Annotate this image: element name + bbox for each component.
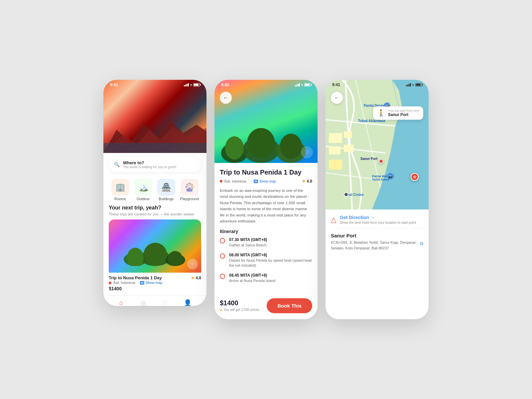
wifi-icon-2: ▾ [301, 83, 303, 87]
itinerary-desc-1: Gather at Sanur Beach [229, 243, 267, 248]
signal-icon-1 [184, 83, 189, 86]
start-label: Your trip start from here [388, 109, 419, 112]
divider-1 [331, 228, 423, 229]
target-marker: ⊕ [411, 173, 419, 181]
svg-point-8 [168, 251, 183, 266]
card-rating-1: ★ 4.8 [191, 276, 201, 280]
outdoor-icon-box: 🏔️ [134, 179, 152, 196]
book-this-button[interactable]: Book This [267, 298, 312, 313]
itinerary-desc-3: Arrive at Nusa Penida Island [229, 278, 275, 283]
search-subtitle: The world is waiting for you to greet! [123, 165, 196, 169]
card-meta-1: Bali, Indonesia · M Show map [109, 281, 201, 285]
port-address: 87J6+584, Jl. Matahari Terbit, Sanur Kaj… [331, 240, 423, 251]
category-outdoor[interactable]: 🏔️ Outdoor [134, 179, 152, 201]
nav-home[interactable]: ⌂ [118, 299, 125, 306]
hero-image-1 [103, 80, 206, 153]
buildings-icon-box: 🏯 [157, 179, 175, 196]
category-buildings[interactable]: 🏯 Buildings [157, 179, 175, 201]
phone-map: 9:41 ▾ [326, 80, 429, 319]
card-heart-1[interactable]: ♡ [187, 259, 198, 269]
booking-footer: $1400 ● You will get 1,500 points Book T… [214, 293, 318, 318]
show-map-text-2: Show map [259, 180, 276, 183]
battery-icon-1 [193, 83, 200, 86]
itinerary-item-2: 08.00 WITA (GMT+8) Depart for Nusa Penid… [220, 253, 312, 268]
itinerary-title: Itinerary [220, 229, 312, 234]
profile-icon: 👤 [184, 299, 192, 306]
trip-description: Embark on an awe-inspiring journey to on… [220, 188, 312, 224]
direction-subtitle: Show the best route from your location t… [340, 221, 416, 224]
hero-heart-2[interactable]: ♡ [301, 146, 313, 158]
search-text-area: Where to? The world is waiting for you t… [123, 160, 196, 169]
svg-rect-26 [344, 145, 354, 152]
signal-icon-2 [295, 83, 300, 86]
rating-value-1: 4.8 [196, 276, 201, 280]
battery-icon-3 [415, 83, 422, 86]
svg-rect-25 [344, 131, 352, 138]
svg-rect-23 [329, 146, 340, 155]
location-text-1: Bali, Indonesia [113, 281, 135, 285]
points-text: You will get 1,500 points [223, 308, 259, 312]
location-text-2: Bali, Indonesia [224, 180, 246, 183]
card-info-1: Trip to Nusa Penida 1 Day ★ 4.8 Bali, In… [109, 273, 201, 293]
star-icon-2: ★ [302, 179, 306, 184]
trip-meta: Bali, Indonesia · M Show map ★ 4.8 [220, 179, 312, 184]
phone-home: 9:41 ▾ 🔍 Whe [103, 80, 206, 306]
home-icon: ⌂ [119, 299, 123, 306]
status-bar-3: 9:41 ▾ [326, 80, 429, 88]
map-back-button[interactable]: ← [331, 92, 343, 104]
svg-rect-24 [329, 160, 342, 170]
hero-image-2: ← ♡ [214, 80, 318, 163]
status-icons-3: ▾ [406, 83, 422, 87]
status-bar-2: 9:41 ▾ [214, 80, 318, 88]
detail-islands-svg [214, 123, 318, 163]
location-pin-cruise [344, 192, 348, 197]
category-rooms[interactable]: 🏢 Rooms [111, 179, 129, 201]
trip-title: Trip to Nusa Penida 1 Day [220, 168, 312, 176]
itinerary-time-3: 08.45 WITA (GMT+8) [229, 273, 275, 278]
booking-price: $1400 [220, 299, 259, 307]
itinerary-text-1: 07.30 WITA (GMT+8) Gather at Sanur Beach [229, 237, 267, 248]
itinerary-desc-2: Depart for Nusa Penida by speed boat (sp… [229, 258, 312, 268]
category-rooms-label: Rooms [114, 197, 126, 201]
port-name: Sanur Port [331, 233, 423, 238]
nav-profile[interactable]: 👤 [184, 299, 192, 306]
signal-icon-3 [406, 83, 411, 86]
map-details: △ Get Direction → Show the best route fr… [326, 209, 429, 256]
sanur-port-marker [379, 159, 383, 164]
wifi-icon-1: ▾ [190, 83, 192, 87]
itinerary-time-2: 08.00 WITA (GMT+8) [229, 253, 312, 257]
explore-icon: ◎ [140, 299, 146, 306]
show-map-text-1: Show map [146, 281, 162, 285]
battery-icon-2 [304, 83, 311, 86]
start-info: Your trip start from here Sanur Port [388, 109, 419, 117]
svg-point-12 [225, 136, 244, 160]
start-figure-icon: 🚶 [377, 109, 385, 117]
screen-container: 9:41 ▾ 🔍 Whe [90, 60, 442, 339]
category-playground[interactable]: 🎡 Playground [180, 179, 199, 201]
card-image-1: ♡ [109, 219, 201, 273]
svg-point-6 [127, 248, 144, 266]
card-price-1: $1400 [109, 286, 201, 291]
trip-card-1[interactable]: ♡ Trip to Nusa Penida 1 Day ★ 4.8 Bali, … [109, 219, 201, 293]
star-icon-1: ★ [191, 276, 195, 280]
direction-text: Get Direction → Show the best route from… [340, 215, 416, 224]
nav-explore[interactable]: ◎ [140, 299, 146, 306]
category-outdoor-label: Outdoor [137, 197, 150, 201]
copy-icon[interactable]: ⧉ [420, 240, 423, 247]
map-label-sanur-port: Sanur Port [360, 157, 377, 161]
search-title: Where to? [123, 160, 196, 165]
nav-favorites[interactable]: ♡ [162, 299, 168, 306]
search-box[interactable]: 🔍 Where to? The world is waiting for you… [109, 157, 201, 172]
svg-rect-2 [103, 143, 206, 153]
location-dot-1 [109, 282, 111, 284]
rooms-icon-box: 🏢 [111, 179, 129, 196]
map-area[interactable]: ← Pantai Dermaga Tukad Abianbasa Sanur P… [326, 80, 429, 209]
itinerary-item-3: 08.45 WITA (GMT+8) Arrive at Nusa Penida… [220, 273, 312, 283]
trip-rating: ★ 4.8 [302, 179, 312, 184]
back-button-2[interactable]: ← [220, 92, 232, 104]
show-map-link-2[interactable]: M Show map [254, 180, 276, 183]
get-direction[interactable]: △ Get Direction → Show the best route fr… [331, 215, 423, 224]
location-dot-2 [220, 180, 222, 183]
show-map-link-1[interactable]: M Show map [140, 281, 162, 285]
categories: 🏢 Rooms 🏔️ Outdoor 🏯 Buildings 🎡 Playgro… [103, 176, 206, 205]
